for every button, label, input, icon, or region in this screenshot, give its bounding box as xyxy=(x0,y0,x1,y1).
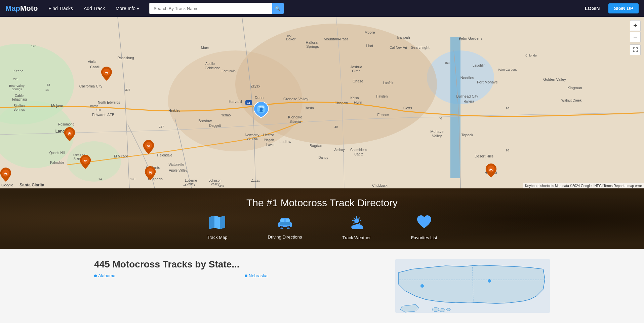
svg-text:Mohave: Mohave xyxy=(430,130,443,134)
svg-rect-147 xyxy=(280,219,284,222)
svg-text:🏍: 🏍 xyxy=(68,131,72,135)
search-wrapper: 🔍 xyxy=(149,3,284,14)
feature-favorites-list[interactable]: Favorites List xyxy=(411,215,437,240)
svg-text:Hinkley: Hinkley xyxy=(168,108,181,112)
map-pin-3[interactable]: 🏍 xyxy=(80,155,91,169)
signup-button[interactable]: SIGN UP xyxy=(608,3,639,13)
svg-text:Cantil: Cantil xyxy=(90,65,99,69)
svg-text:🏍: 🏍 xyxy=(83,158,87,163)
search-input[interactable] xyxy=(149,3,272,14)
nav-add-track[interactable]: Add Track xyxy=(80,4,108,13)
zoom-out-button[interactable]: − xyxy=(630,32,641,42)
map-pin-6[interactable]: 🏍 xyxy=(145,166,156,180)
svg-text:Zzyzx: Zzyzx xyxy=(251,179,260,182)
dirt-section: The #1 Motocross Track Directory Track M… xyxy=(0,188,644,249)
map-pin-5[interactable]: 🏍 xyxy=(143,140,154,154)
svg-text:Cadiz: Cadiz xyxy=(354,152,363,156)
map-pin-7[interactable]: 🏍 xyxy=(485,164,497,178)
weather-icon xyxy=(348,215,365,232)
svg-text:Randsburg: Randsburg xyxy=(118,56,134,60)
svg-text:Dunn: Dunn xyxy=(255,96,264,100)
feature-track-map[interactable]: Track Map xyxy=(207,216,228,240)
state-label-nebraska: Nebraska xyxy=(249,273,268,278)
svg-text:🏍: 🏍 xyxy=(105,70,109,75)
us-map-placeholder xyxy=(395,259,550,313)
logo-map: Map xyxy=(5,4,20,12)
svg-text:Palm Gardens: Palm Gardens xyxy=(459,36,483,40)
map-pin-4[interactable]: 🏍 xyxy=(0,168,11,182)
svg-text:40: 40 xyxy=(334,125,338,129)
svg-point-166 xyxy=(432,307,439,312)
svg-text:138: 138 xyxy=(130,177,135,181)
svg-marker-144 xyxy=(214,216,220,229)
feature-track-weather[interactable]: Track Weather xyxy=(342,215,371,240)
you-are-here-marker: YOU 👤 xyxy=(254,102,269,119)
map-container[interactable]: 15 Mars Apollo Goldstone Fort Irwin Atol… xyxy=(0,17,644,188)
map-pin-2[interactable]: 🏍 xyxy=(64,127,75,141)
svg-point-151 xyxy=(281,226,282,228)
svg-text:127: 127 xyxy=(286,34,291,38)
state-dot-alabama xyxy=(94,275,97,277)
login-button[interactable]: LOGIN xyxy=(580,4,604,13)
svg-text:Springs: Springs xyxy=(306,44,319,48)
svg-text:🏍: 🏍 xyxy=(148,170,152,174)
svg-text:40: 40 xyxy=(439,117,442,120)
svg-text:Chloride: Chloride xyxy=(525,54,537,57)
svg-rect-165 xyxy=(352,227,363,229)
svg-text:Quartz Hill: Quartz Hill xyxy=(49,151,65,155)
state-item-alabama[interactable]: Alabama xyxy=(94,273,231,278)
svg-text:Bear Valley: Bear Valley xyxy=(9,84,25,87)
svg-point-152 xyxy=(288,226,289,228)
fullscreen-button[interactable] xyxy=(630,44,641,55)
svg-text:North Edwards: North Edwards xyxy=(98,101,120,104)
dirt-section-title: The #1 Motocross Track Directory xyxy=(246,197,398,209)
svg-text:Fenner: Fenner xyxy=(377,113,389,117)
svg-text:Zzyzx: Zzyzx xyxy=(251,84,260,88)
svg-text:Lucerne: Lucerne xyxy=(185,179,197,182)
svg-text:Cable: Cable xyxy=(15,94,24,98)
svg-text:Bullhead City: Bullhead City xyxy=(456,94,478,98)
map-icon xyxy=(209,216,225,232)
search-icon: 🔍 xyxy=(275,6,281,11)
svg-text:🏍: 🏍 xyxy=(489,167,493,172)
map-controls: + − xyxy=(630,20,641,55)
svg-text:Santa Clarita: Santa Clarita xyxy=(19,183,44,187)
svg-text:Lavic: Lavic xyxy=(266,143,274,147)
search-button[interactable]: 🔍 xyxy=(272,3,284,14)
svg-text:Yermo: Yermo xyxy=(221,113,231,117)
svg-text:Apollo: Apollo xyxy=(205,62,215,66)
nav-more-info[interactable]: More Info ▾ xyxy=(112,4,143,13)
map-pin-1[interactable]: 🏍 xyxy=(101,67,112,81)
zoom-in-button[interactable]: + xyxy=(630,20,641,31)
state-item-nebraska[interactable]: Nebraska xyxy=(245,273,382,278)
svg-text:247: 247 xyxy=(159,125,164,129)
svg-text:Amboy: Amboy xyxy=(334,148,345,152)
feature-track-map-label: Track Map xyxy=(207,235,228,240)
svg-text:Keene: Keene xyxy=(14,69,24,73)
svg-text:🏍: 🏍 xyxy=(4,171,8,176)
svg-text:15: 15 xyxy=(247,101,250,104)
svg-text:Joshua: Joshua xyxy=(350,65,362,69)
svg-text:Chase: Chase xyxy=(353,79,363,83)
feature-driving-directions[interactable]: Driving Directions xyxy=(268,216,302,240)
svg-text:Fort Mohave: Fort Mohave xyxy=(477,80,498,84)
svg-text:Stallion: Stallion xyxy=(14,104,25,108)
chevron-down-icon: ▾ xyxy=(137,6,139,11)
svg-text:Kelso: Kelso xyxy=(350,96,359,100)
svg-text:395: 395 xyxy=(125,88,130,92)
svg-text:👤: 👤 xyxy=(258,107,264,113)
svg-text:Valley: Valley xyxy=(432,134,442,138)
svg-text:Walnut Creek: Walnut Creek xyxy=(561,99,582,102)
svg-text:Goffs: Goffs xyxy=(403,106,412,110)
svg-text:Hayden: Hayden xyxy=(376,95,388,98)
svg-line-159 xyxy=(359,223,360,224)
svg-text:Springs: Springs xyxy=(13,108,25,111)
svg-text:Topock: Topock xyxy=(461,133,473,137)
svg-text:Harvard: Harvard xyxy=(229,100,242,104)
svg-text:18: 18 xyxy=(183,183,187,186)
svg-text:Searchlight: Searchlight xyxy=(411,45,429,49)
google-logo: Google xyxy=(1,183,13,187)
nav-find-tracks[interactable]: Find Tracks xyxy=(45,4,76,13)
logo[interactable]: MapMoto xyxy=(5,4,38,13)
features-row: Track Map Driving Directions xyxy=(207,215,437,240)
